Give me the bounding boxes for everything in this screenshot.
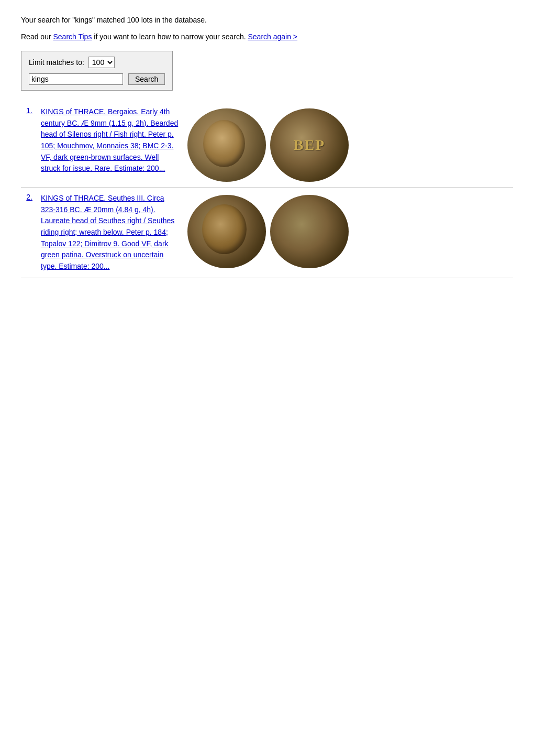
- search-widget: Limit matches to: 100 Search: [21, 51, 173, 91]
- coin1-reverse-text: ΒΕΡ: [294, 137, 325, 154]
- search-button[interactable]: Search: [128, 73, 165, 85]
- lot-images-1: ΒΕΡ: [183, 101, 513, 188]
- limit-row: Limit matches to: 100: [29, 57, 165, 68]
- coin2-obverse-img: [187, 195, 266, 268]
- results-table: 1. KINGS of THRACE. Bergaios. Early 4th …: [21, 101, 513, 278]
- search-result-text: Your search for "kings" matched 100 lots…: [21, 16, 513, 24]
- lot-images-2: [183, 188, 513, 278]
- lot-description-2: KINGS of THRACE. Seuthes III. Circa 323-…: [37, 188, 183, 278]
- read-tips-middle: if you want to learn how to narrow your …: [92, 32, 248, 41]
- table-row: 2. KINGS of THRACE. Seuthes III. Circa 3…: [21, 188, 513, 278]
- lot-number-link-2[interactable]: 2.: [26, 193, 32, 201]
- coin1-reverse-img: ΒΕΡ: [270, 108, 349, 182]
- read-tips-paragraph: Read our Search Tips if you want to lear…: [21, 31, 513, 42]
- lot-image-container-2: [187, 193, 509, 268]
- search-input[interactable]: [29, 73, 123, 85]
- lot-description-1: KINGS of THRACE. Bergaios. Early 4th cen…: [37, 101, 183, 188]
- coin2-reverse-img: [270, 195, 349, 268]
- table-row: 1. KINGS of THRACE. Bergaios. Early 4th …: [21, 101, 513, 188]
- lot-number-link-1[interactable]: 1.: [26, 106, 32, 115]
- lot-number-1: 1.: [21, 101, 37, 188]
- coin1-obverse-img: [187, 108, 266, 182]
- lot-description-link-2[interactable]: KINGS of THRACE. Seuthes III. Circa 323-…: [41, 194, 174, 270]
- search-again-link[interactable]: Search again >: [248, 32, 297, 41]
- limit-label: Limit matches to:: [29, 58, 84, 67]
- limit-select[interactable]: 100: [88, 57, 115, 68]
- search-row: Search: [29, 73, 165, 85]
- lot-description-link-1[interactable]: KINGS of THRACE. Bergaios. Early 4th cen…: [41, 107, 178, 172]
- lot-number-2: 2.: [21, 188, 37, 278]
- read-tips-prefix: Read our: [21, 32, 53, 41]
- search-tips-link[interactable]: Search Tips: [53, 32, 92, 41]
- lot-image-container-1: ΒΕΡ: [187, 106, 509, 182]
